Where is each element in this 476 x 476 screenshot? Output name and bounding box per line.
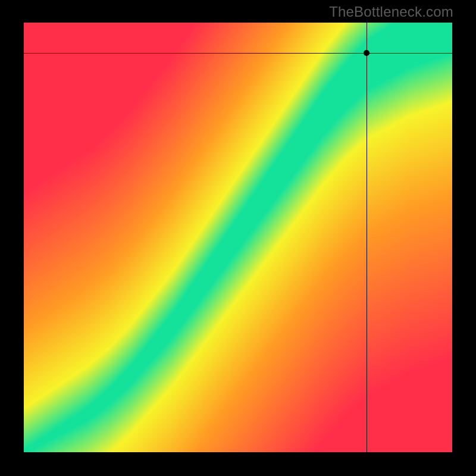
crosshair-horizontal	[24, 53, 452, 54]
crosshair-vertical	[367, 23, 367, 452]
heatmap-plot	[24, 23, 452, 452]
marker-dot	[364, 50, 369, 56]
heatmap-canvas	[24, 23, 452, 452]
watermark-text: TheBottleneck.com	[329, 4, 453, 20]
